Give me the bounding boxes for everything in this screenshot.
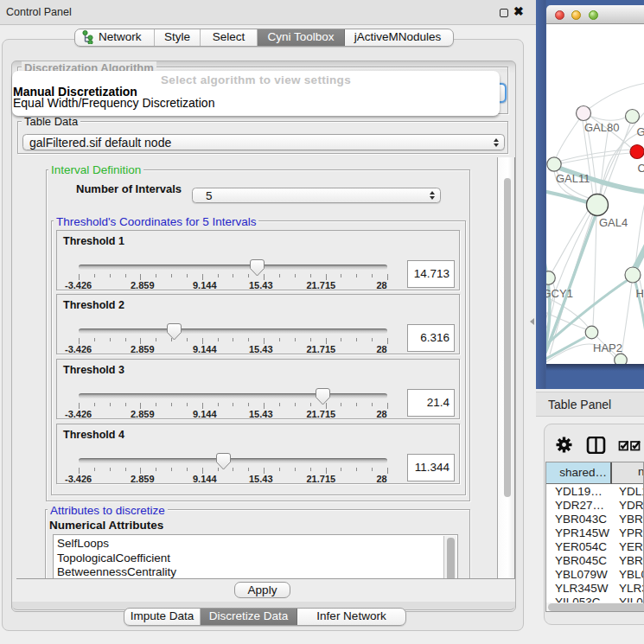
svg-text:GAL11: GAL11 [556, 172, 590, 185]
svg-text:H: H [636, 287, 644, 300]
svg-text:GAL4: GAL4 [599, 216, 628, 229]
svg-text:GA: GA [637, 125, 644, 138]
svg-text:C: C [638, 162, 644, 175]
svg-text:GCY1: GCY1 [546, 287, 573, 300]
svg-text:HAP2: HAP2 [593, 341, 622, 354]
svg-text:GAL80: GAL80 [584, 121, 619, 134]
